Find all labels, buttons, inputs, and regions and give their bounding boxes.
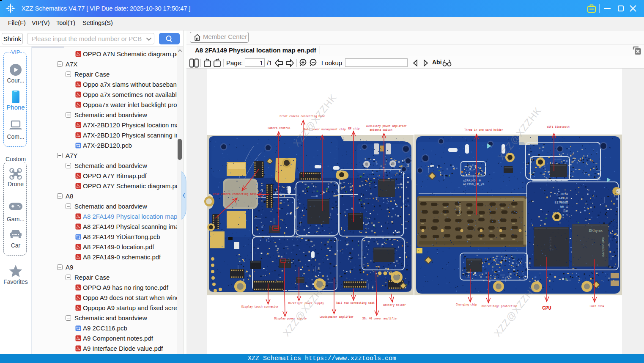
- svg-text:E170968: E170968: [554, 201, 568, 204]
- svg-text:2011-A114: 2011-A114: [549, 237, 552, 251]
- svg-text:WH-1: WH-1: [560, 205, 568, 209]
- svg-text:SKhynix: SKhynix: [589, 228, 603, 233]
- svg-text:ⓈD: ⓈD: [563, 209, 568, 213]
- svg-text:△2FA149 -0: △2FA149 -0: [463, 179, 481, 182]
- svg-text:94V-0: 94V-0: [558, 197, 568, 200]
- svg-text:269K28: 269K28: [458, 203, 462, 215]
- svg-text:△.2014: △.2014: [556, 192, 568, 196]
- svg-text:3.1: 3.1: [562, 214, 568, 217]
- svg-text:H9HP16AECMMD: H9HP16AECMMD: [601, 237, 604, 257]
